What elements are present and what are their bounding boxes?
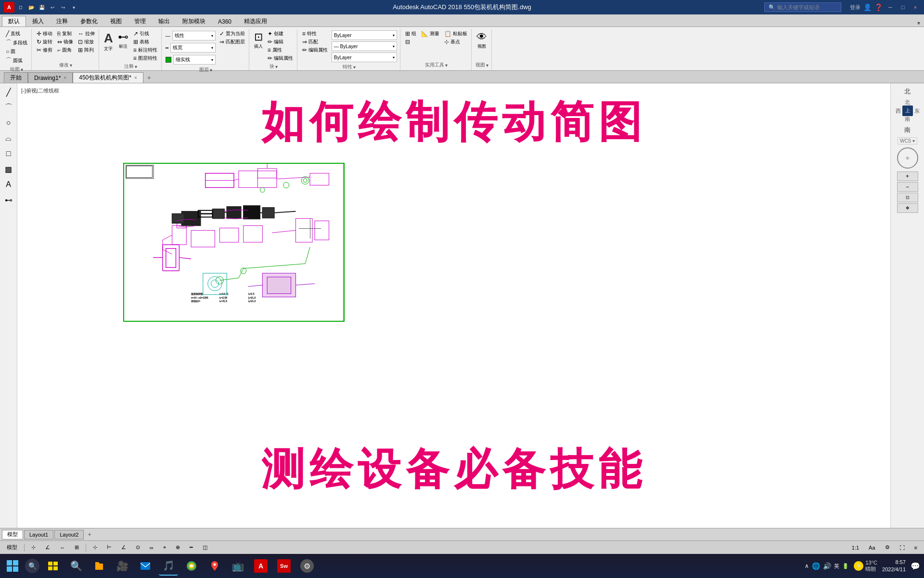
draw-circle[interactable]: ○圆 <box>4 48 29 55</box>
new-btn[interactable]: 🗋 <box>16 3 25 12</box>
modify-move[interactable]: ✛移动 <box>35 30 54 38</box>
bylayer-color-dropdown[interactable]: ByLayer ▾ <box>332 30 397 40</box>
lt-hatch-btn[interactable]: ▩ <box>2 162 15 176</box>
tab-insert[interactable]: 插入 <box>26 16 50 26</box>
tab-precise[interactable]: 精选应用 <box>238 16 273 26</box>
draw-polyline[interactable]: ⌒多段线 <box>4 38 29 47</box>
layer-props-btn[interactable]: ≡图层特性 <box>131 54 159 62</box>
tab-view[interactable]: 视图 <box>104 16 128 26</box>
close-btn[interactable]: × <box>911 2 920 12</box>
customize-btn[interactable]: ≡ <box>911 544 920 551</box>
taskbar-app-media[interactable]: 📺 <box>228 556 247 576</box>
layout-2-tab[interactable]: Layout2 <box>54 530 84 539</box>
tab-default[interactable]: 默认 <box>2 16 26 26</box>
save-btn[interactable]: 💾 <box>38 3 46 12</box>
tab-output[interactable]: 输出 <box>152 16 176 26</box>
status-angle-btn[interactable]: ∠ <box>42 544 53 551</box>
taskbar-app-maps[interactable] <box>205 556 224 576</box>
tray-network-icon[interactable]: 🌐 <box>812 562 820 570</box>
annotation-scale-btn[interactable]: Aa <box>866 544 878 551</box>
minimize-btn[interactable]: ─ <box>886 2 895 12</box>
lineweight-dropdown[interactable]: 线宽 ▾ <box>170 43 216 53</box>
status-snap-btn[interactable]: ⊞ <box>72 544 82 551</box>
maximize-btn[interactable]: □ <box>898 2 908 12</box>
match-props-btn[interactable]: ⇒匹配 <box>300 38 330 46</box>
layer-group-label[interactable]: 图层 ▾ <box>165 66 247 74</box>
polar-btn[interactable]: ∠ <box>118 544 129 551</box>
status-dist-btn[interactable]: ↔ <box>57 544 68 551</box>
modify-trim[interactable]: ✂修剪 <box>35 46 54 54</box>
tab-manage[interactable]: 管理 <box>128 16 152 26</box>
layer-color-dropdown[interactable]: 细实线 ▾ <box>173 55 216 65</box>
notification-btn[interactable]: 💬 <box>911 562 920 571</box>
zoom-out-btn[interactable]: − <box>897 182 918 192</box>
match-layer-btn[interactable]: ⇒匹配图层 <box>218 38 247 46</box>
modify-stretch[interactable]: ↔拉伸 <box>76 30 97 38</box>
tab-addon[interactable]: 附加模块 <box>176 16 212 26</box>
weather-widget[interactable]: ☀ 13°C 晴朗 <box>854 560 877 573</box>
modify-group-label[interactable]: 修改 ▾ <box>35 61 97 69</box>
insert-block-btn[interactable]: ⊡ 插入 <box>252 30 265 62</box>
utilities-group-label[interactable]: 实用工具 ▾ <box>403 61 469 69</box>
compass-center-btn[interactable]: 上 <box>902 105 913 116</box>
status-coords-btn[interactable]: ⊹ <box>28 544 38 551</box>
undo-btn[interactable]: ↩ <box>48 3 57 12</box>
lt-polyline-btn[interactable]: ⌒ <box>2 101 15 114</box>
block-group-label[interactable]: 块 ▾ <box>252 62 295 71</box>
ribbon-minimize-icon[interactable]: ▾ <box>917 20 920 26</box>
open-btn[interactable]: 📂 <box>27 3 36 12</box>
lt-line-btn[interactable]: ╱ <box>2 85 15 99</box>
tray-language-label[interactable]: 英 <box>834 563 839 570</box>
taskbar-search-btn[interactable]: 🔍 <box>25 559 39 573</box>
properties-group-label[interactable]: 特性 ▾ <box>300 63 398 71</box>
taskbar-app-chrome[interactable] <box>182 556 201 576</box>
lw-btn[interactable]: ━ <box>187 544 196 551</box>
view-group-label[interactable]: 视图 ▾ <box>475 61 489 69</box>
layout-add-btn[interactable]: + <box>85 530 94 539</box>
annotation-group-label[interactable]: 注释 ▾ <box>102 62 159 71</box>
layout-1-tab[interactable]: Layout1 <box>24 530 53 539</box>
osnap-btn[interactable]: ⊙ <box>133 544 143 551</box>
zoom-in-btn[interactable]: + <box>897 171 918 181</box>
paste-btn[interactable]: 📋粘贴板 <box>442 30 469 38</box>
lt-dim-btn[interactable]: ⊷ <box>2 193 15 207</box>
lt-circle-btn[interactable]: ○ <box>2 116 15 130</box>
lt-arc-btn[interactable]: ⌓ <box>2 131 15 145</box>
workspace-btn[interactable]: ⚙ <box>882 544 893 551</box>
lt-text-btn[interactable]: A <box>2 178 15 191</box>
properties-btn[interactable]: ≡特性 <box>300 30 330 38</box>
nav-wheel[interactable]: ⊕ <box>897 147 918 169</box>
tab-drawing1-close[interactable]: × <box>64 75 66 80</box>
ortho-btn[interactable]: ⊢ <box>104 544 115 551</box>
edit-attrib-btn[interactable]: ✏编辑属性 <box>266 54 295 62</box>
bylayer-linetype-dropdown[interactable]: — ByLayer ▾ <box>332 41 397 51</box>
view-btn[interactable]: 👁 视图 <box>475 30 489 61</box>
otrack-btn[interactable]: ∞ <box>147 544 156 551</box>
modify-array[interactable]: ⊞阵列 <box>76 46 97 54</box>
layout-model-tab[interactable]: 模型 <box>2 530 23 539</box>
lt-rect-btn[interactable]: □ <box>2 147 15 160</box>
modify-mirror[interactable]: ⇔镜像 <box>55 38 75 46</box>
tab-450drawing[interactable]: 450包装机机构简图* × <box>73 72 143 83</box>
tab-annotate[interactable]: 注释 <box>50 16 74 26</box>
taskbar-app-browser[interactable]: 🔍 <box>66 556 86 576</box>
taskbar-app-explorer[interactable] <box>43 556 63 576</box>
draw-arc[interactable]: ⌒圆弧 <box>4 56 29 65</box>
fullscreen-btn[interactable]: ⛶ <box>897 544 908 551</box>
tab-a360[interactable]: A360 <box>212 16 238 26</box>
tab-add-btn[interactable]: + <box>143 72 155 83</box>
edit-block-btn[interactable]: ✏编辑 <box>266 38 295 46</box>
ucs-btn[interactable]: ⌖ <box>160 544 169 551</box>
tray-expand-btn[interactable]: ∧ <box>805 563 809 569</box>
start-button[interactable] <box>4 557 21 575</box>
modify-fillet[interactable]: ⌐圆角 <box>55 46 75 54</box>
compass-north-btn[interactable]: 北 <box>905 99 910 106</box>
status-model-btn[interactable]: 模型 <box>4 543 20 552</box>
zoom-extent-btn[interactable]: ⊡ <box>897 193 918 202</box>
tray-battery-icon[interactable]: 🔋 <box>842 563 849 569</box>
taskbar-app-sw[interactable]: Sw <box>274 556 294 576</box>
help-icon[interactable]: ❓ <box>874 3 883 11</box>
measure-btn[interactable]: 📐测量 <box>419 30 441 38</box>
bylayer-lineweight-dropdown[interactable]: ByLayer ▾ <box>332 53 397 62</box>
create-block-btn[interactable]: ✦创建 <box>266 30 295 38</box>
